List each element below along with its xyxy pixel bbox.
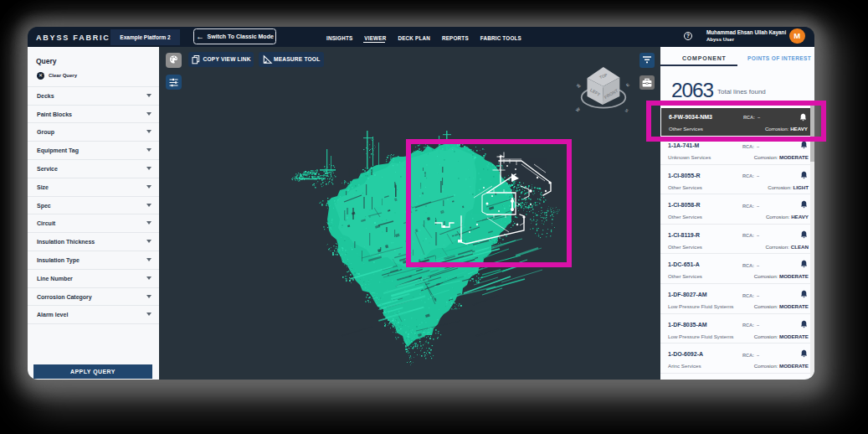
- svg-text:W: W: [576, 82, 583, 89]
- svg-text:E: E: [625, 81, 631, 87]
- svg-text:W: W: [575, 106, 582, 113]
- svg-text:S: S: [624, 107, 630, 113]
